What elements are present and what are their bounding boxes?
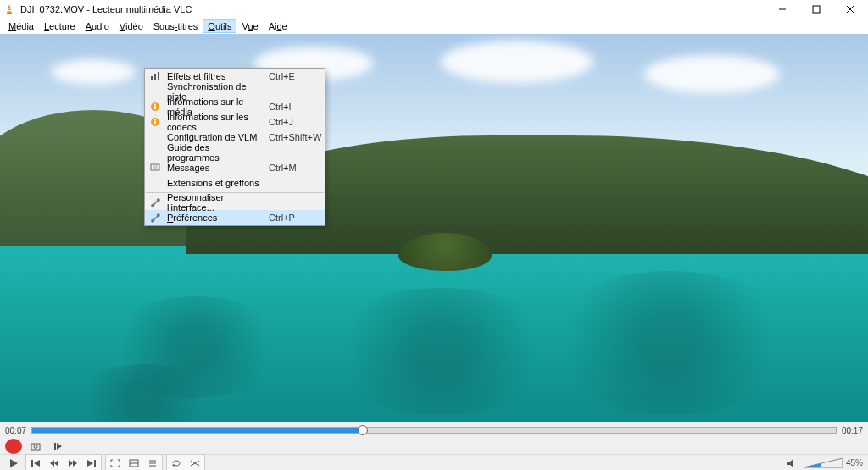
menu-item[interactable]: Informations sur les codecsCtrl+J [145,114,325,130]
play-button[interactable] [5,456,22,471]
menu-item-label: Personnaliser l'interface... [167,192,264,213]
wrench-icon [148,211,162,224]
blank-icon [148,130,162,144]
menu-item[interactable]: Personnaliser l'interface... [145,195,325,210]
island [398,233,492,271]
maximize-button[interactable] [802,0,831,19]
snapshot-button[interactable] [27,439,44,454]
menu-item-label: Guide des programmes [167,142,264,163]
frame-step-button[interactable] [49,439,66,454]
menu-sous-titres[interactable]: Sous-titres [148,19,203,33]
next-button[interactable] [83,456,100,471]
volume-label: 45% [846,458,863,467]
menu-outils[interactable]: Outils [203,19,236,33]
forward-button[interactable] [64,456,81,471]
time-total: 00:17 [842,426,863,435]
playback-controls: 45% [0,454,868,470]
rewind-button[interactable] [46,456,63,471]
menu-item-shortcut: Ctrl+P [269,213,320,223]
menu-item-label: Préférences [167,213,264,223]
close-button[interactable] [836,0,865,19]
titlebar: DJI_0732.MOV - Lecteur multimédia VLC [0,0,868,19]
time-bar: 00:07 00:17 [0,422,868,439]
seek-knob[interactable] [358,425,368,435]
menu-item-shortcut: Ctrl+M [269,163,320,173]
menu-item-label: Configuration de VLM [167,132,264,142]
svg-point-20 [34,445,37,449]
menu-item[interactable]: Guide des programmes [145,145,325,160]
menu-aide[interactable]: Aide [264,19,292,33]
svg-marker-23 [10,459,18,467]
cloud [644,55,780,93]
blank-icon [148,85,162,98]
svg-rect-8 [154,74,156,80]
info-icon [148,115,162,129]
svg-rect-12 [154,104,156,106]
record-toolbar [0,439,868,454]
vlc-cone-icon [3,3,15,15]
menu-item[interactable]: MessagesCtrl+M [145,160,325,175]
svg-marker-38 [787,459,793,467]
shuffle-button[interactable] [186,456,203,471]
seek-progress [32,428,362,433]
msg-icon [148,161,162,174]
menu-item-shortcut: Ctrl+I [269,102,320,112]
svg-rect-31 [94,460,96,467]
playlist-button[interactable] [144,456,161,471]
volume-slider[interactable] [804,458,843,468]
reef [542,271,797,415]
svg-rect-11 [154,106,156,109]
tools-dropdown: Effets et filtresCtrl+ESynchronisation d… [144,68,326,226]
svg-rect-4 [813,6,820,13]
skip-group [25,454,102,471]
prev-button[interactable] [27,456,44,471]
svg-rect-2 [8,10,12,12]
svg-rect-14 [154,121,156,124]
menu-item-shortcut: Ctrl+J [269,117,320,127]
time-elapsed: 00:07 [5,426,26,435]
blank-icon [148,146,162,159]
menu-item-label: Effets et filtres [167,71,264,81]
menu-item-label: Extensions et greffons [167,178,264,188]
menu-audio[interactable]: Audio [81,19,114,33]
menu-item[interactable]: Extensions et greffons [145,175,325,191]
svg-marker-22 [57,443,62,450]
blank-icon [148,176,162,190]
menu-vue[interactable]: Vue [236,19,263,33]
menu-item-label: Informations sur les codecs [167,112,264,132]
svg-rect-9 [158,72,159,80]
svg-marker-28 [69,460,73,467]
video-area[interactable]: Effets et filtresCtrl+ESynchronisation d… [0,34,868,422]
menu-item[interactable]: PréférencesCtrl+P [145,210,325,225]
menu-item-shortcut: Ctrl+E [269,71,320,81]
menu-vidéo[interactable]: Vidéo [114,19,148,33]
svg-marker-39 [804,458,843,467]
fullscreen-button[interactable] [107,456,124,471]
svg-marker-25 [34,460,40,467]
loop-button[interactable] [168,456,185,471]
loop-group [166,454,205,471]
wrench-icon [148,196,162,209]
svg-rect-15 [154,119,156,121]
menu-média[interactable]: Média [3,19,39,33]
svg-marker-27 [54,460,58,467]
svg-rect-24 [31,460,33,467]
info-icon [148,100,162,113]
svg-marker-29 [73,460,77,467]
view-group [105,454,163,471]
seek-slider[interactable] [31,427,837,434]
menu-item-label: Messages [167,163,264,173]
cloud [51,59,136,85]
window-title: DJI_0732.MOV - Lecteur multimédia VLC [20,4,763,14]
menu-item-shortcut: Ctrl+Shift+W [269,132,320,142]
minimize-button[interactable] [768,0,797,19]
record-button[interactable] [5,439,22,454]
svg-marker-30 [87,460,93,467]
svg-rect-7 [151,76,153,80]
equalizer-icon [148,69,162,83]
reef [322,288,559,415]
ext-settings-button[interactable] [125,456,142,471]
menu-lecture[interactable]: Lecture [39,19,81,33]
svg-rect-21 [54,443,56,450]
mute-button[interactable] [783,456,800,471]
